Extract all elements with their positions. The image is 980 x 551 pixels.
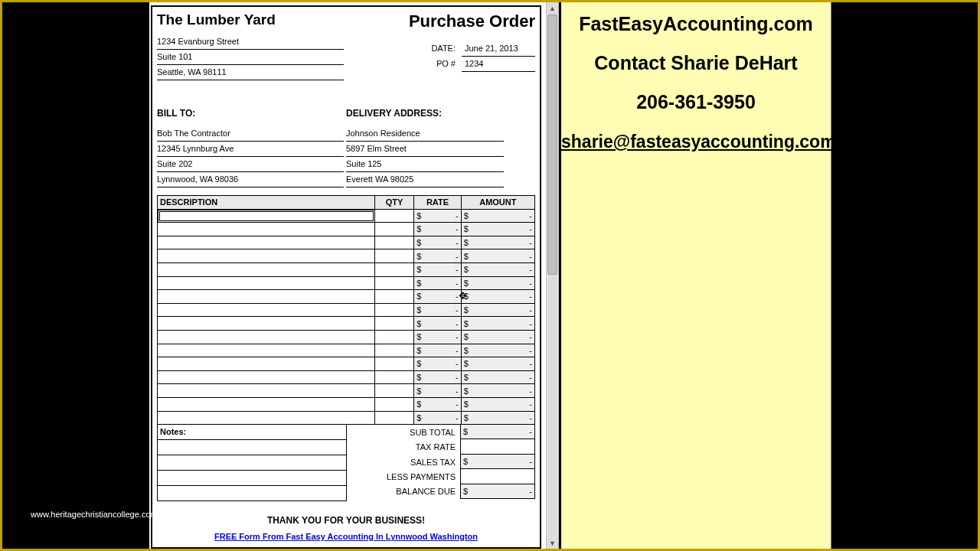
desc-cell[interactable] — [158, 357, 375, 371]
rate-cell[interactable]: $- — [414, 398, 461, 412]
table-row: $-$- — [158, 357, 535, 371]
col-amount: AMOUNT — [462, 196, 535, 210]
amount-cell: $- — [462, 223, 535, 236]
thank-you: THANK YOU FOR YOUR BUSINESS! — [152, 515, 540, 526]
rate-cell[interactable]: $- — [414, 263, 461, 277]
table-row: $-$- — [158, 331, 535, 344]
desc-cell[interactable] — [158, 236, 375, 250]
rate-cell[interactable]: $- — [414, 277, 461, 291]
rate-cell[interactable]: $- — [414, 249, 461, 263]
lesspayments-value[interactable] — [460, 469, 535, 484]
table-row: $-$- — [158, 371, 535, 385]
amount-cell: $- — [462, 277, 535, 291]
qty-cell[interactable] — [375, 357, 415, 371]
salestax-label: SALES TAX — [347, 458, 460, 467]
desc-cell[interactable] — [158, 277, 375, 291]
desc-cell[interactable] — [158, 263, 375, 277]
scroll-up-arrow[interactable]: ▲ — [547, 2, 558, 14]
table-row: $-$- — [158, 344, 535, 358]
qty-cell[interactable] — [375, 304, 415, 318]
qty-cell[interactable] — [375, 263, 415, 277]
rate-cell[interactable]: $- — [414, 344, 461, 358]
rate-cell[interactable]: $- — [414, 223, 461, 236]
scroll-thumb[interactable] — [547, 15, 557, 275]
delivery-line2[interactable]: 5897 Elm Street — [346, 142, 504, 157]
qty-cell[interactable] — [375, 210, 415, 223]
desc-cell[interactable] — [158, 344, 375, 358]
bill-to-line3[interactable]: Suite 202 — [157, 157, 344, 172]
subtotal-label: SUB TOTAL — [347, 428, 460, 437]
totals-block: SUB TOTAL $- TAX RATE SALES TAX $- LESS … — [347, 425, 535, 501]
date-value[interactable]: June 21, 2013 — [462, 41, 535, 57]
table-row: $-$- — [158, 249, 535, 263]
bill-to-line2[interactable]: 12345 Lynnburg Ave — [157, 142, 344, 157]
page-title: Purchase Order — [409, 11, 535, 31]
vendor-suite[interactable]: Suite 101 — [157, 50, 344, 65]
po-value[interactable]: 1234 — [462, 56, 535, 72]
rate-cell[interactable]: $- — [414, 384, 461, 398]
qty-cell[interactable] — [375, 236, 415, 250]
panel-phone: 206-361-3950 — [561, 91, 831, 113]
table-row: $-$- — [158, 223, 535, 236]
desc-cell[interactable] — [158, 304, 375, 318]
desc-cell[interactable] — [158, 331, 375, 344]
vendor-city[interactable]: Seattle, WA 98111 — [157, 65, 344, 80]
delivery-line4[interactable]: Everett WA 98025 — [346, 172, 504, 187]
free-form-link[interactable]: FREE Form From Fast Easy Accounting In L… — [152, 532, 540, 541]
desc-cell[interactable] — [158, 371, 375, 385]
document-pane: The Lumber Yard Purchase Order 1234 Evan… — [149, 2, 559, 549]
notes-box[interactable]: Notes: — [157, 425, 347, 501]
rate-cell[interactable]: $- — [414, 210, 461, 223]
desc-cell[interactable] — [158, 210, 375, 223]
qty-cell[interactable] — [375, 223, 415, 236]
qty-cell[interactable] — [375, 384, 415, 398]
notes-label: Notes: — [158, 425, 346, 440]
desc-cell[interactable] — [158, 398, 375, 412]
amount-cell: $- — [462, 344, 535, 358]
desc-cell[interactable] — [158, 290, 375, 304]
delivery-block: DELIVERY ADDRESS: Johnson Residence 5897… — [346, 97, 535, 187]
bill-to-line1[interactable]: Bob The Contractor — [157, 126, 344, 142]
desc-cell[interactable] — [158, 223, 375, 236]
rate-cell[interactable]: $- — [414, 236, 461, 250]
vendor-street[interactable]: 1234 Evanburg Street — [157, 34, 344, 50]
delivery-line3[interactable]: Suite 125 — [346, 157, 504, 172]
desc-cell[interactable] — [158, 412, 375, 425]
taxrate-value[interactable] — [460, 439, 535, 454]
bill-to-line4[interactable]: Lynnwood, WA 98036 — [157, 172, 344, 187]
desc-cell[interactable] — [158, 384, 375, 398]
amount-cell: $- — [462, 263, 535, 277]
qty-cell[interactable] — [375, 249, 415, 263]
amount-cell: $- — [462, 357, 535, 371]
line-items-table: DESCRIPTION QTY RATE AMOUNT $-$-$-$-$-$-… — [157, 195, 535, 425]
qty-cell[interactable] — [375, 371, 415, 385]
qty-cell[interactable] — [375, 398, 415, 412]
scroll-down-arrow[interactable]: ▼ — [547, 537, 558, 549]
desc-cell[interactable] — [158, 317, 375, 331]
desc-cell[interactable] — [158, 249, 375, 263]
rate-cell[interactable]: $- — [414, 371, 461, 385]
qty-cell[interactable] — [375, 277, 415, 291]
qty-cell[interactable] — [375, 412, 415, 425]
purchase-order-page: The Lumber Yard Purchase Order 1234 Evan… — [151, 5, 541, 549]
col-qty: QTY — [375, 196, 415, 210]
qty-cell[interactable] — [375, 290, 415, 304]
rate-cell[interactable]: $- — [414, 290, 461, 304]
qty-cell[interactable] — [375, 344, 415, 358]
table-row: $-$- — [158, 290, 535, 304]
qty-cell[interactable] — [375, 317, 415, 331]
bill-to-block: BILL TO: Bob The Contractor 12345 Lynnbu… — [157, 97, 346, 187]
vertical-scrollbar[interactable]: ▲ ▼ — [546, 2, 559, 549]
rate-cell[interactable]: $- — [414, 304, 461, 318]
table-row: $-$- — [158, 398, 535, 412]
rate-cell[interactable]: $- — [414, 357, 461, 371]
rate-cell[interactable]: $- — [414, 331, 461, 344]
amount-cell: $- — [462, 412, 535, 425]
delivery-line1[interactable]: Johnson Residence — [346, 126, 504, 142]
po-label: PO # — [382, 59, 462, 68]
rate-cell[interactable]: $- — [414, 412, 461, 425]
qty-cell[interactable] — [375, 331, 415, 344]
rate-cell[interactable]: $- — [414, 317, 461, 331]
panel-email[interactable]: sharie@fasteasyaccounting.com — [561, 132, 831, 152]
bill-to-heading: BILL TO: — [157, 108, 346, 119]
